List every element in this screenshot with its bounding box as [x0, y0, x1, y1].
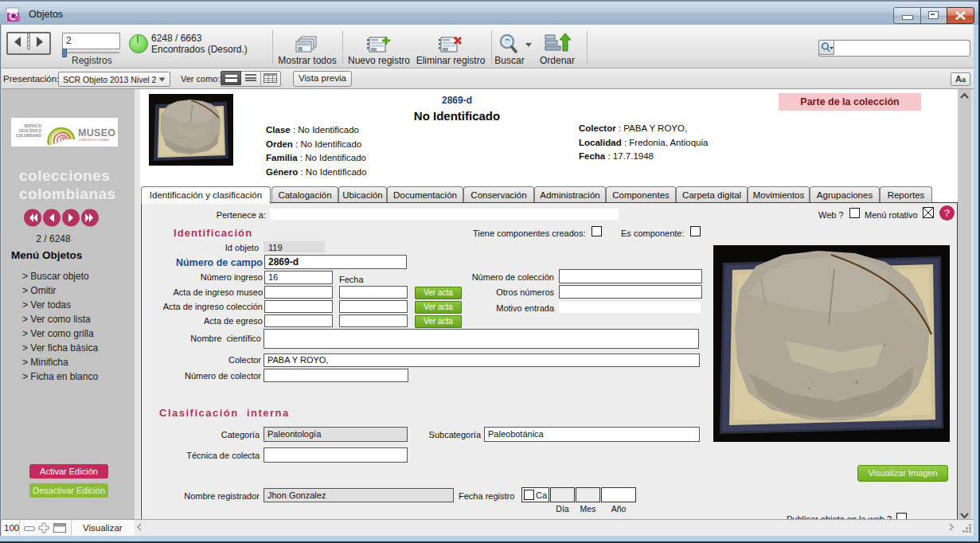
svg-text:JOSÉ ROYO Y GÓMEZ: JOSÉ ROYO Y GÓMEZ [79, 138, 110, 142]
svg-text:MUSEO: MUSEO [78, 127, 115, 139]
svg-text:SERVICIO: SERVICIO [24, 124, 41, 128]
svg-text:GEOLÓGICO: GEOLÓGICO [19, 127, 42, 133]
svg-text:COLOMBIANO: COLOMBIANO [16, 134, 41, 138]
